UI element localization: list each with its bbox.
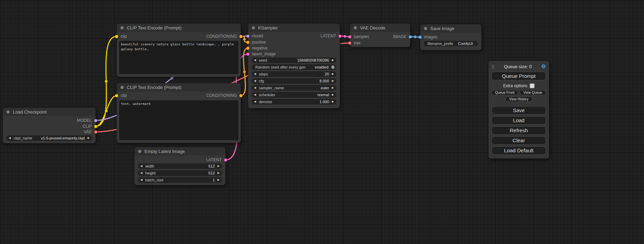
load-button[interactable]: Load: [492, 116, 546, 125]
input-port-negative[interactable]: [246, 47, 249, 50]
output-port-clip[interactable]: [94, 125, 97, 128]
input-port-samples[interactable]: [348, 35, 351, 38]
input-slot-samples: samples: [348, 35, 369, 39]
output-port-latent[interactable]: [338, 35, 342, 38]
prev-value-arrow-icon[interactable]: ◀: [140, 170, 142, 176]
node-collapse-dot-icon[interactable]: [121, 86, 124, 89]
node-header[interactable]: CLIP Text Encode (Prompt): [117, 24, 241, 32]
input-port-images[interactable]: [418, 36, 422, 39]
next-value-arrow-icon[interactable]: ▶: [218, 170, 220, 176]
refresh-button[interactable]: Refresh: [492, 126, 546, 135]
extra-options-checkbox[interactable]: [530, 83, 535, 88]
node-load-checkpoint[interactable]: Load Checkpoint MODEL CLIP VAE ◀ ckpt_na…: [3, 108, 96, 143]
queue-actions-row: Queue Front View Queue: [492, 90, 546, 95]
scheduler-widget[interactable]: ◀ scheduler normal ▶: [252, 92, 336, 98]
prev-value-arrow-icon[interactable]: ◀: [254, 57, 256, 63]
prev-value-arrow-icon[interactable]: ◀: [254, 99, 256, 105]
node-header[interactable]: KSampler: [248, 24, 340, 32]
next-value-arrow-icon[interactable]: ▶: [332, 99, 334, 105]
toggle-indicator-icon[interactable]: [331, 65, 335, 69]
output-port-vae[interactable]: [94, 130, 97, 134]
queue-front-button[interactable]: Queue Front: [492, 90, 518, 95]
node-empty-latent-image[interactable]: Empty Latent Image LATENT ◀ width 512 ▶ …: [134, 147, 226, 185]
input-port-clip[interactable]: [115, 35, 118, 38]
batch-size-widget[interactable]: ◀ batch_size 1 ▶: [138, 177, 222, 183]
node-save-image[interactable]: Save Image images filename_prefix ComfyU…: [420, 24, 482, 50]
negative-prompt-textarea[interactable]: text, watermark: [119, 100, 238, 140]
steps-widget[interactable]: ◀ steps 20 ▶: [252, 71, 336, 77]
view-queue-button[interactable]: View Queue: [520, 90, 546, 95]
save-button[interactable]: Save: [492, 106, 546, 115]
link-midpoint-dot: [344, 35, 346, 38]
ckpt-name-widget[interactable]: ◀ ckpt_name v1-5-pruned-emaonly.ckpt ▶: [6, 135, 92, 141]
view-history-button[interactable]: View History: [505, 97, 532, 102]
node-header[interactable]: Load Checkpoint: [3, 108, 96, 116]
node-header[interactable]: Save Image: [420, 24, 482, 33]
next-value-arrow-icon[interactable]: ▶: [332, 57, 334, 63]
prev-value-arrow-icon[interactable]: ◀: [140, 177, 142, 183]
node-collapse-dot-icon[interactable]: [252, 26, 255, 29]
node-collapse-dot-icon[interactable]: [354, 26, 357, 29]
output-port-image[interactable]: [409, 35, 412, 38]
load-default-button[interactable]: Load Default: [492, 146, 546, 155]
widget-value: v1-5-pruned-emaonly.ckpt: [41, 136, 85, 140]
node-header[interactable]: VAE Decode: [350, 24, 410, 32]
menu-drag-handle-icon[interactable]: ⣿: [492, 64, 494, 69]
height-widget[interactable]: ◀ height 512 ▶: [138, 170, 222, 176]
next-value-arrow-icon[interactable]: ▶: [218, 177, 220, 183]
input-port-positive[interactable]: [246, 41, 249, 44]
node-collapse-dot-icon[interactable]: [424, 27, 427, 30]
output-port-model[interactable]: [94, 119, 97, 122]
prev-value-arrow-icon[interactable]: ◀: [140, 163, 142, 169]
node-header[interactable]: CLIP Text Encode (Prompt): [117, 83, 241, 91]
link-midpoint-dot: [243, 38, 246, 41]
sampler-name-widget[interactable]: ◀ sampler_name euler ▶: [252, 85, 336, 91]
prev-value-arrow-icon[interactable]: ◀: [254, 85, 256, 91]
node-header[interactable]: Empty Latent Image: [134, 147, 226, 155]
widget-name: denoise: [259, 100, 272, 104]
output-port-latent[interactable]: [224, 159, 227, 162]
width-widget[interactable]: ◀ width 512 ▶: [138, 163, 222, 169]
prev-value-arrow-icon[interactable]: ◀: [254, 71, 256, 77]
prev-value-arrow-icon[interactable]: ◀: [9, 135, 11, 141]
node-collapse-dot-icon[interactable]: [7, 110, 10, 114]
comfy-menu-panel[interactable]: ⣿ Queue size: 0 ⚙ Queue Prompt Extra opt…: [488, 61, 549, 159]
random-seed-toggle-widget[interactable]: Random seed after every gen enabled: [252, 64, 336, 70]
next-value-arrow-icon[interactable]: ▶: [332, 78, 334, 84]
input-port-latent-image[interactable]: [246, 53, 249, 56]
node-ksampler[interactable]: KSampler model positive negative latent_…: [248, 24, 340, 108]
next-value-arrow-icon[interactable]: ▶: [218, 163, 220, 169]
output-port-conditioning[interactable]: [239, 94, 242, 97]
node-collapse-dot-icon[interactable]: [138, 150, 141, 153]
clear-button[interactable]: Clear: [492, 136, 546, 145]
output-slot-vae: VAE: [84, 130, 97, 134]
denoise-widget[interactable]: ◀ denoise 1.000 ▶: [252, 99, 336, 105]
input-slot-clip: clip: [115, 34, 127, 38]
filename-prefix-widget[interactable]: filename_prefix ComfyUI: [424, 41, 478, 46]
next-value-arrow-icon[interactable]: ▶: [332, 71, 334, 77]
positive-prompt-textarea[interactable]: beautiful scenery nature glass bottle la…: [119, 41, 238, 74]
widget-value: 1.000: [319, 100, 329, 104]
node-clip-text-encode-positive[interactable]: CLIP Text Encode (Prompt) clip CONDITION…: [117, 24, 241, 77]
prev-value-arrow-icon[interactable]: ◀: [254, 92, 256, 98]
node-title: Load Checkpoint: [13, 109, 47, 115]
output-slot-conditioning: CONDITIONING: [206, 93, 242, 98]
output-port-conditioning[interactable]: [239, 35, 242, 38]
next-value-arrow-icon[interactable]: ▶: [332, 85, 334, 91]
node-vae-decode[interactable]: VAE Decode samples vae IMAGE: [350, 24, 410, 47]
settings-gear-icon[interactable]: ⚙: [541, 63, 546, 70]
node-clip-text-encode-negative[interactable]: CLIP Text Encode (Prompt) clip CONDITION…: [117, 83, 241, 143]
input-port-clip[interactable]: [115, 94, 118, 97]
next-value-arrow-icon[interactable]: ▶: [332, 92, 334, 98]
cfg-widget[interactable]: ◀ cfg 8.000 ▶: [252, 78, 336, 84]
node-collapse-dot-icon[interactable]: [121, 26, 124, 29]
next-value-arrow-icon[interactable]: ▶: [88, 135, 90, 141]
input-port-vae[interactable]: [348, 42, 351, 45]
prev-value-arrow-icon[interactable]: ◀: [254, 78, 256, 84]
widget-name: cfg: [259, 79, 264, 83]
input-slot-vae: vae: [348, 41, 360, 45]
seed-widget[interactable]: ◀ seed 156680208700286 ▶: [252, 57, 336, 63]
queue-prompt-button[interactable]: Queue Prompt: [492, 72, 546, 80]
input-port-model[interactable]: [246, 35, 249, 38]
output-slot-model: MODEL: [77, 118, 97, 123]
